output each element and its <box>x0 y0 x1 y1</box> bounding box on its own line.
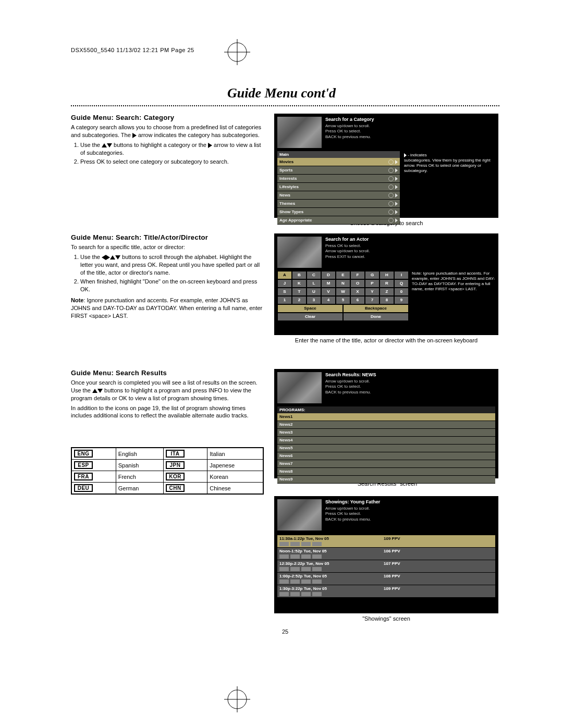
keyboard-key: B <box>292 272 306 279</box>
category-list: Main MoviesSportsInterestsLifestylesNews… <box>277 151 400 225</box>
screenshot-showings-block: Showings: Young Father Arrow up/down to … <box>274 496 498 622</box>
screenshot-results-block: Search Results: NEWS Arrow up/down to sc… <box>274 369 498 487</box>
keyboard-key: 5 <box>336 297 350 304</box>
keyboard-key: L <box>307 280 321 287</box>
category-row: Age Appropriate <box>277 216 400 225</box>
result-row: News9 <box>277 476 495 484</box>
keyboard-key: W <box>336 288 350 295</box>
results-list: PROGRAMS: News1News2News3News4News5News6… <box>277 406 495 484</box>
screenshot-title: Search for an Actor <box>325 237 495 242</box>
screenshot-title: Search for a Category <box>325 117 495 122</box>
keyboard-key: 1 <box>278 297 291 304</box>
lang-cell: Japenese <box>207 460 263 471</box>
lang-cell: ITA <box>164 448 207 460</box>
keyboard-key: 2 <box>292 297 306 304</box>
lang-cell: German <box>116 483 163 495</box>
results-header: PROGRAMS: <box>277 406 495 413</box>
keyboard-key: I <box>395 272 408 279</box>
keyboard-key: J <box>278 280 291 287</box>
screenshot-keyboard: Search for an Actor Press OK to select. … <box>274 233 498 335</box>
showing-row: 12:30p-2:22p Tue, Nov 05107 PPV <box>277 560 495 573</box>
lang-cell: KOR <box>164 471 207 483</box>
crop-mark-top <box>224 39 250 65</box>
lang-badge-icon: DEU <box>74 484 93 492</box>
keyboard-key: 4 <box>322 297 335 304</box>
keyboard-key: R <box>380 280 394 287</box>
result-row: News2 <box>277 421 495 429</box>
hint-line: Arrow up/down to scroll. <box>325 249 495 254</box>
hint-line: Press EXIT to cancel. <box>325 254 495 260</box>
language-table: ENG English ITA Italian ESP Spanish JPN … <box>71 447 264 495</box>
lang-cell: French <box>116 471 163 483</box>
keyboard-key: G <box>365 272 379 279</box>
lang-badge-icon: JPN <box>166 461 185 469</box>
hint-line: BACK to previous menu. <box>325 517 495 522</box>
screenshot-header: Showings: Young Father Arrow up/down to … <box>325 499 495 522</box>
hint-line: Press OK to select. <box>325 384 495 389</box>
arrow-right-icon <box>404 153 407 157</box>
keyboard-grid: ABCDEFGHIJKLMNOPRQSTUVWXYZ0123456789 Spa… <box>277 271 409 321</box>
hint-line: Press OK to select. <box>325 511 495 516</box>
keyboard-key: V <box>322 288 335 295</box>
arrow-right-icon <box>132 133 137 138</box>
text: buttons to highlight a category or the <box>114 142 208 148</box>
keyboard-key: H <box>380 272 394 279</box>
keyboard-key: 7 <box>365 297 379 304</box>
showings-list: 11:30a-1:22p Tue, Nov 05109 PPVNoon-1:52… <box>277 535 495 598</box>
keyboard-key: Y <box>365 288 379 295</box>
keyboard-clear-key: Clear <box>278 313 342 320</box>
category-row: Themes <box>277 200 400 208</box>
showing-row: Noon-1:52p Tue, Nov 05106 PPV <box>277 548 495 560</box>
arrow-up-icon <box>110 255 115 260</box>
print-header: DSX5500_5540 11/13/02 12:21 PM Page 25 <box>71 47 194 53</box>
text: Use the <box>80 142 102 148</box>
keyboard-key: U <box>307 288 321 295</box>
keyboard-done-key: Done <box>344 313 408 320</box>
lang-cell: ENG <box>71 448 116 460</box>
text: - indicates <box>408 153 426 157</box>
hint-line: BACK to previous menu. <box>325 134 495 140</box>
section-category: Guide Menu: Search: Category A category … <box>71 114 264 169</box>
screenshot-category-block: Search for a Category Arrow up/down to s… <box>274 114 498 226</box>
lang-cell: JPN <box>164 460 207 471</box>
note-text: Note: Ignore punctuation and accents. Fo… <box>71 297 264 320</box>
section-results: Guide Menu: Search Results Once your sea… <box>71 369 264 422</box>
hint-line: BACK to previous menu. <box>325 390 495 395</box>
result-row: News8 <box>277 468 495 476</box>
keyboard-key: O <box>351 280 364 287</box>
section-heading: Guide Menu: Search: Title/Actor/Director <box>71 233 264 241</box>
result-row: News5 <box>277 445 495 452</box>
category-row: Movies <box>277 158 400 166</box>
lang-cell: FRA <box>71 471 116 483</box>
list-item: Use the buttons to highlight a category … <box>80 141 264 157</box>
lang-badge-icon: ESP <box>74 461 93 469</box>
keyboard-key: C <box>307 272 321 279</box>
screenshot-showings: Showings: Young Father Arrow up/down to … <box>274 496 498 613</box>
arrow-right-icon <box>106 255 110 260</box>
page-title: Guide Menu cont'd <box>0 85 563 101</box>
section-intro: To search for a specific title, actor or… <box>71 243 264 251</box>
lang-cell: English <box>116 448 163 460</box>
hint-line: Arrow up/down to scroll. <box>325 379 495 384</box>
preview-thumbnail <box>277 237 322 268</box>
lang-cell: DEU <box>71 483 116 495</box>
result-row: News3 <box>277 429 495 437</box>
list-item: When finished, highlight "Done" on the o… <box>80 278 264 293</box>
result-row: News7 <box>277 460 495 468</box>
screenshot-header: Search for an Actor Press OK to select. … <box>325 237 495 260</box>
category-header: Main <box>277 151 400 158</box>
side-note: Note: Ignore punctuation and accents. Fo… <box>412 271 495 292</box>
hint-line: Arrow up/down to scroll. <box>325 124 495 129</box>
note-label: Note <box>71 297 83 303</box>
title-divider <box>71 105 499 106</box>
text: subcategories. View them by pressing the… <box>404 158 491 173</box>
keyboard-key: N <box>336 280 350 287</box>
lang-badge-icon: ITA <box>166 450 185 458</box>
keyboard-backspace-key: Backspace <box>344 305 408 312</box>
preview-thumbnail <box>277 499 322 530</box>
section-intro: Once your search is completed you will s… <box>71 379 264 402</box>
lang-cell: Italian <box>207 448 263 460</box>
list-item: Press OK to select one category or subca… <box>80 158 264 166</box>
lang-cell: Korean <box>207 471 263 483</box>
keyboard-key: P <box>365 280 379 287</box>
